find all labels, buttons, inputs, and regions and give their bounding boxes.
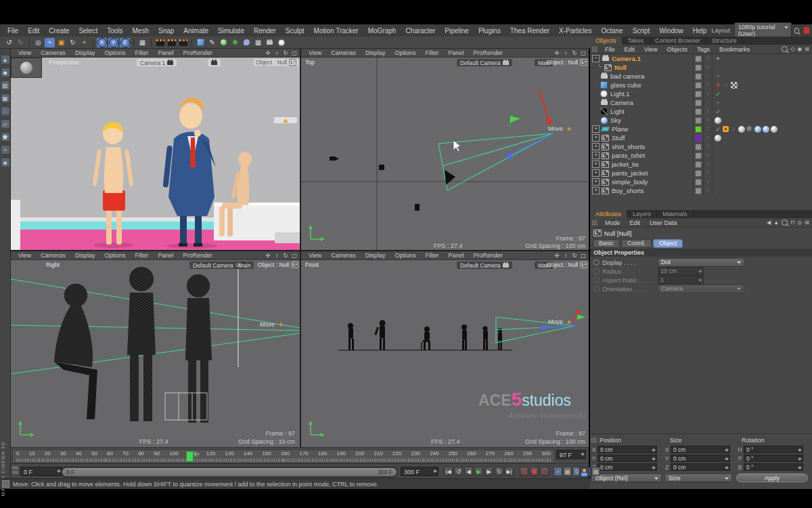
- viewport-menu-display[interactable]: Display: [361, 49, 390, 56]
- up-arrow-icon[interactable]: ▲: [773, 219, 779, 226]
- visibility-dots[interactable]: ∶: [703, 107, 712, 116]
- visibility-dots[interactable]: ∶: [703, 63, 712, 72]
- menu-item-help[interactable]: Help: [688, 26, 712, 36]
- stepper-icon[interactable]: [725, 465, 729, 471]
- timeline-ruler[interactable]: 0102030405060708090100110120130140150160…: [12, 449, 555, 463]
- collapse-icon[interactable]: −: [592, 55, 600, 62]
- rotate-view-icon[interactable]: ↻: [282, 253, 289, 259]
- expand-icon[interactable]: +: [592, 152, 600, 159]
- objects-menu-bookmarks[interactable]: Bookmarks: [715, 46, 754, 53]
- zoom-icon[interactable]: ↕: [273, 253, 280, 259]
- tab-structure[interactable]: Structure: [706, 37, 743, 45]
- add-sphere-icon[interactable]: [219, 38, 229, 47]
- object-row[interactable]: +Lºpants_jacket∶: [590, 169, 812, 177]
- coord-input[interactable]: 0 °: [744, 446, 803, 453]
- viewport-menu-cameras[interactable]: Cameras: [36, 49, 70, 56]
- key-scale-button[interactable]: ▣: [563, 467, 572, 476]
- lock-y-icon[interactable]: Y: [108, 38, 118, 47]
- attributes-menu-edit[interactable]: Edit: [625, 219, 646, 226]
- playhead[interactable]: [186, 451, 194, 462]
- object-row[interactable]: +Lºjacket_tie∶: [590, 160, 812, 169]
- viewport-menu-display[interactable]: Display: [70, 252, 100, 259]
- points-mode-icon[interactable]: ∴: [1, 107, 9, 115]
- perspective-canvas[interactable]: Perspective Camera 1 Object : NullLº: [11, 58, 300, 250]
- record-options-button[interactable]: [540, 467, 549, 476]
- workplane-icon[interactable]: ▦: [137, 38, 148, 47]
- stepper-icon[interactable]: [725, 456, 729, 462]
- material-tag-icon[interactable]: [771, 126, 777, 133]
- animate-dot-icon[interactable]: [593, 259, 600, 266]
- viewport-menu-panel[interactable]: Panel: [443, 49, 468, 56]
- search-icon[interactable]: [794, 28, 799, 34]
- object-row[interactable]: +LºStuff∶: [590, 133, 812, 142]
- layer-chip[interactable]: [693, 133, 703, 142]
- panel-icon[interactable]: ⊞: [805, 46, 809, 52]
- menu-item-plugins[interactable]: Plugins: [474, 26, 505, 36]
- layer-chip[interactable]: [693, 72, 703, 81]
- preview-range-slider[interactable]: 0 F 300 F: [61, 467, 398, 478]
- menu-item-file[interactable]: File: [3, 26, 23, 36]
- visibility-dots[interactable]: ∶: [703, 160, 712, 169]
- animate-dot-icon[interactable]: [593, 268, 600, 274]
- layer-chip[interactable]: [693, 177, 703, 186]
- stepper-icon[interactable]: [652, 465, 656, 471]
- viewport-menu-view[interactable]: View: [304, 252, 326, 259]
- search-icon[interactable]: [782, 46, 788, 52]
- spline-pen-icon[interactable]: ✎: [207, 38, 217, 47]
- attr-tab-object[interactable]: Object: [653, 239, 683, 248]
- expand-icon[interactable]: +: [592, 143, 600, 150]
- viewport-menu-prorender[interactable]: ProRender: [468, 49, 508, 56]
- layer-chip[interactable]: [693, 186, 703, 195]
- object-row[interactable]: +Lºshirt_shorts∶: [590, 142, 812, 151]
- toggle-view-icon[interactable]: ▢: [291, 50, 298, 56]
- stepper-icon[interactable]: [725, 447, 729, 453]
- toggle-view-icon[interactable]: ▢: [291, 253, 298, 259]
- layer-chip[interactable]: [693, 54, 703, 63]
- stepper-icon[interactable]: [798, 447, 802, 453]
- camera-button[interactable]: Camera 1: [137, 59, 177, 66]
- menu-item-thea-render[interactable]: Thea Render: [505, 26, 554, 36]
- viewport-menu-panel[interactable]: Panel: [153, 252, 178, 259]
- coord-input[interactable]: 0 cm: [671, 463, 730, 471]
- viewport-menu-cameras[interactable]: Cameras: [326, 49, 361, 56]
- menu-item-octane[interactable]: Octane: [596, 26, 627, 36]
- viewport-menu-options[interactable]: Options: [390, 252, 420, 259]
- play-forwards-button[interactable]: ▶: [474, 467, 483, 476]
- key-position-button[interactable]: +: [554, 467, 562, 476]
- rotate-view-icon[interactable]: ↻: [571, 50, 578, 56]
- stepper-icon[interactable]: [798, 456, 802, 462]
- model-mode-icon[interactable]: ◆: [1, 68, 9, 77]
- menu-item-animate[interactable]: Animate: [179, 26, 213, 36]
- menu-item-simulate[interactable]: Simulate: [213, 26, 249, 36]
- attributes-menu-mode[interactable]: Mode: [600, 219, 625, 226]
- zoom-icon[interactable]: ↕: [273, 50, 280, 56]
- coord-input[interactable]: 0 cm: [671, 454, 730, 462]
- viewport-menu-filter[interactable]: Filter: [130, 49, 153, 56]
- tab-attributes[interactable]: Attributes: [590, 210, 627, 218]
- visibility-dots[interactable]: ∶: [703, 89, 712, 98]
- toggle-view-icon[interactable]: ▢: [580, 50, 587, 56]
- coord-input[interactable]: 0 °: [744, 463, 803, 471]
- menu-item-create[interactable]: Create: [44, 26, 74, 36]
- play-backwards-button[interactable]: ↺: [454, 467, 463, 476]
- viewport-menu-display[interactable]: Display: [361, 252, 390, 259]
- viewport-tag[interactable]: [274, 117, 297, 123]
- top-canvas[interactable]: FPS : 27.4 Frame : 97 Grid Spacing : 100…: [301, 58, 589, 250]
- lock-x-icon[interactable]: X: [97, 38, 107, 47]
- object-row[interactable]: Sky∶: [590, 116, 812, 125]
- viewport-menu-view[interactable]: View: [14, 252, 36, 259]
- check-tag-icon[interactable]: ✓: [715, 108, 721, 115]
- render-view-icon[interactable]: [155, 38, 165, 47]
- visibility-dots[interactable]: ∶: [703, 72, 712, 81]
- current-frame-field[interactable]: 97 F: [556, 450, 586, 459]
- zoom-icon[interactable]: ↕: [562, 253, 569, 259]
- expand-icon[interactable]: +: [592, 125, 600, 133]
- material-tag-icon[interactable]: [715, 117, 721, 124]
- attributes-menu-user-data[interactable]: User Data: [645, 219, 682, 226]
- next-frame-button[interactable]: ▶: [484, 467, 493, 476]
- polygons-mode-icon[interactable]: ⬟: [1, 133, 9, 141]
- objects-menu-file[interactable]: File: [600, 46, 620, 53]
- menu-item-edit[interactable]: Edit: [23, 26, 44, 36]
- menu-item-tools[interactable]: Tools: [102, 26, 127, 36]
- object-row[interactable]: Camera∶⌖: [590, 98, 812, 107]
